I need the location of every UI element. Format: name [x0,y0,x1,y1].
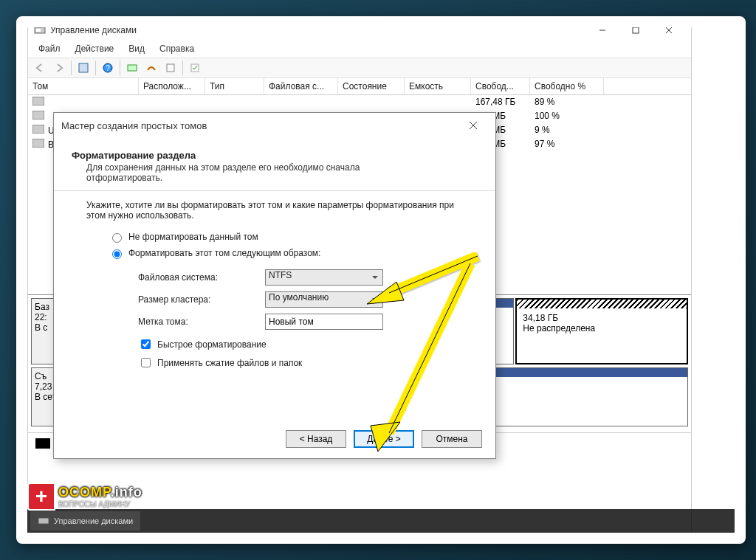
partition-unallocated[interactable]: 34,18 ГБ Не распределена [515,298,688,364]
menu-help[interactable]: Справка [154,41,200,58]
menu-file[interactable]: Файл [32,41,66,58]
svg-rect-15 [32,139,44,148]
toolbar-icon-3[interactable] [142,59,160,77]
radio-no-format[interactable]: Не форматировать данный том [109,231,478,243]
svg-rect-12 [32,97,44,106]
col-filesystem[interactable]: Файловая с... [264,78,338,94]
volume-table-header: Том Располож... Тип Файловая с... Состоя… [28,78,691,95]
taskbar: Управление дисками [27,509,735,533]
svg-rect-13 [32,111,44,120]
radio-do-format-input[interactable] [112,249,122,259]
wizard-titlebar: Мастер создания простых томов [54,113,495,138]
compression-input[interactable] [141,358,151,367]
svg-rect-3 [633,27,639,33]
col-free[interactable]: Свобод... [471,78,530,94]
svg-rect-1 [36,29,41,32]
taskbar-item[interactable]: Управление дисками [30,511,140,530]
toolbar-icon[interactable] [75,59,92,77]
cluster-label: Размер кластера: [138,294,256,305]
svg-text:?: ? [106,64,110,72]
back-button[interactable]: < Назад [286,430,346,448]
svg-rect-10 [167,64,174,72]
volume-label-label: Метка тома: [138,317,256,327]
col-freepct[interactable]: Свободно % [530,78,604,94]
radio-no-format-input[interactable] [112,233,122,243]
titlebar: Управление дисками [28,19,691,41]
compression-checkbox[interactable]: Применять сжатие файлов и папок [138,356,478,370]
table-row[interactable]: 167,48 ГБ 89 % [28,95,691,109]
volume-label-input[interactable] [265,314,383,330]
toolbar-icon-2[interactable] [123,59,141,77]
maximize-button[interactable] [619,20,652,41]
nav-forward-icon[interactable] [50,59,68,77]
col-type[interactable]: Тип [205,78,264,94]
filesystem-label: Файловая система: [138,272,256,283]
close-button[interactable] [652,20,685,41]
wizard-title: Мастер создания простых томов [61,120,207,131]
svg-rect-20 [38,518,49,524]
watermark-logo: OCOMP.info ВОПРОСЫ АДМИНУ [27,483,142,511]
svg-rect-9 [128,65,137,71]
minimize-button[interactable] [585,20,619,41]
window-title: Управление дисками [50,25,585,35]
cluster-size-select[interactable]: По умолчанию [265,291,383,308]
cancel-button[interactable]: Отмена [422,430,482,448]
toolbar: ? [28,58,691,78]
screenshot-frame: Управление дисками Файл Действие Вид Спр… [16,16,746,544]
toolbar-icon-4[interactable] [162,59,179,77]
svg-rect-14 [32,125,44,134]
wizard-heading: Форматирование раздела [72,150,478,161]
nav-back-icon[interactable] [31,59,49,77]
wizard-close-button[interactable] [458,114,488,136]
help-icon[interactable]: ? [99,59,117,77]
plus-icon [27,483,55,511]
col-status[interactable]: Состояние [338,78,405,94]
col-capacity[interactable]: Емкость [405,78,471,94]
quick-format-checkbox[interactable]: Быстрое форматирование [138,337,478,351]
col-layout[interactable]: Располож... [139,78,205,94]
simple-volume-wizard: Мастер создания простых томов Форматиров… [53,112,496,459]
toolbar-icon-5[interactable] [186,59,204,77]
radio-do-format[interactable]: Форматировать этот том следующим образом… [109,247,478,259]
wizard-instruction: Укажите, хотите ли вы форматировать этот… [86,200,470,221]
app-icon [34,24,46,36]
col-volume[interactable]: Том [28,78,139,94]
next-button[interactable]: Далее > [354,430,414,448]
svg-rect-6 [79,63,88,72]
filesystem-select[interactable]: NTFS [265,269,383,286]
menubar: Файл Действие Вид Справка [28,41,691,58]
menu-view[interactable]: Вид [123,41,151,58]
menu-action[interactable]: Действие [69,41,120,58]
wizard-subtext: Для сохранения данных на этом разделе ег… [86,162,404,183]
quick-format-input[interactable] [141,339,151,349]
